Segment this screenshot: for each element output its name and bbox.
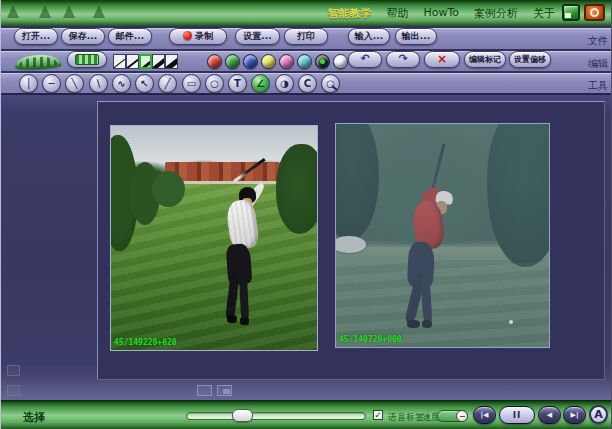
golfer-white-shirt: [214, 175, 280, 327]
titlebar: 智能教学 帮助 HowTo 案例分析 关于: [1, 0, 612, 26]
filmstrip-arc-icon[interactable]: [15, 54, 62, 70]
contrast-tool[interactable]: ◑: [275, 74, 294, 93]
line-width-5-button[interactable]: [165, 54, 178, 69]
active-color-dot: [320, 59, 325, 64]
short-line-tool[interactable]: ∖: [89, 74, 108, 93]
power-ring-icon: [590, 8, 599, 17]
diagonal-line-tool[interactable]: ╲: [65, 74, 84, 93]
step-back-button[interactable]: ◀: [538, 406, 561, 424]
settings-button[interactable]: 设置...: [235, 28, 280, 45]
power-close-button[interactable]: [584, 4, 605, 21]
edit-marks-button[interactable]: 编辑标记: [464, 51, 506, 68]
tree-watermark-icon: [63, 5, 75, 18]
tree: [276, 144, 318, 234]
color-swatch-blue[interactable]: [243, 54, 258, 69]
auto-play-button[interactable]: A: [589, 405, 608, 424]
edit-group-label: 编辑: [588, 57, 608, 71]
line-width-2-button[interactable]: [126, 54, 139, 69]
voice-tag-checkbox[interactable]: ✓: [373, 410, 383, 420]
menubar: 智能教学 帮助 HowTo 案例分析 关于: [327, 6, 555, 21]
color-swatch-pink[interactable]: [279, 54, 294, 69]
skip-to-start-button[interactable]: |◀: [473, 406, 496, 424]
color-swatch-yellow[interactable]: [261, 54, 276, 69]
save-button[interactable]: 保存...: [61, 28, 105, 45]
toolbar-tools: │ ─ ╲ ∖ ∿ ↖ ╱ ▭ ○ T ∠ ◑ C ○ 工具: [1, 71, 612, 93]
layout-dual-icon[interactable]: [217, 385, 232, 396]
color-swatch-black-active[interactable]: [315, 54, 330, 69]
speed-slider[interactable]: [437, 410, 468, 422]
menu-howto[interactable]: HowTo: [423, 6, 459, 21]
golfer-shoe: [227, 315, 237, 323]
pause-button[interactable]: II: [499, 406, 535, 424]
frame-counter-overlay: 45/149220+020: [114, 338, 177, 347]
undo-button[interactable]: ↶: [348, 51, 382, 68]
vertical-line-tool[interactable]: │: [19, 74, 38, 93]
tree: [152, 171, 185, 207]
set-offset-button[interactable]: 设置偏移: [509, 51, 551, 68]
voice-tag-label: 语音标签: [388, 411, 424, 424]
arc-tool[interactable]: C: [298, 74, 317, 93]
side-panel-icon[interactable]: [7, 365, 20, 376]
zoom-tool[interactable]: ○: [321, 74, 340, 93]
mode-label: 选择: [23, 410, 45, 425]
frame-counter-overlay: 45/140720+000: [339, 335, 402, 344]
side-panel-icon[interactable]: [7, 385, 20, 396]
tree-watermark-icon: [39, 5, 51, 18]
speed-slider-thumb[interactable]: [456, 410, 468, 422]
open-button[interactable]: 打开...: [14, 28, 58, 45]
menu-smart-teaching[interactable]: 智能教学: [327, 6, 371, 21]
seek-slider-thumb[interactable]: [232, 409, 253, 422]
color-swatch-green[interactable]: [225, 54, 240, 69]
line-width-3-button[interactable]: [139, 54, 152, 69]
horizontal-line-tool[interactable]: ─: [42, 74, 61, 93]
menu-case-analysis[interactable]: 案例分析: [474, 6, 518, 21]
toolbar-edit: ↶ ↷ × 编辑标记 设置偏移 编辑: [1, 49, 612, 71]
statusbar: 选择 ✓ 语音标签 速度 |◀ II ◀ ▶| A: [1, 400, 612, 429]
rectangle-tool[interactable]: ▭: [182, 74, 201, 93]
line-width-1-button[interactable]: [113, 54, 126, 69]
menu-about[interactable]: 关于: [533, 6, 555, 21]
video-panel-left[interactable]: 45/149220+020: [110, 125, 318, 351]
haze-overlay: [336, 124, 549, 347]
color-swatch-white[interactable]: [333, 54, 348, 69]
angle-tool-active[interactable]: ∠: [251, 74, 270, 93]
menu-help[interactable]: 帮助: [386, 6, 408, 21]
color-swatch-cyan[interactable]: [297, 54, 312, 69]
input-button[interactable]: 输入...: [348, 28, 390, 45]
golfer-shoe: [240, 317, 249, 325]
output-button[interactable]: 输出...: [395, 28, 437, 45]
mail-button[interactable]: 邮件...: [108, 28, 152, 45]
delete-button[interactable]: ×: [424, 51, 460, 68]
golfer-shirt: [225, 198, 260, 250]
record-button[interactable]: 录制: [169, 28, 227, 45]
filmstrip-button[interactable]: [67, 51, 107, 68]
tree-watermark-icon: [93, 5, 105, 18]
file-group-label: 文件: [588, 34, 608, 48]
curve-tool[interactable]: ∿: [112, 74, 131, 93]
tools-group-label: 工具: [588, 79, 608, 93]
pen-tool[interactable]: ╱: [158, 74, 177, 93]
video-panel-right[interactable]: 45/140720+000: [335, 123, 550, 348]
canvas-bottom-band: [1, 380, 612, 400]
circle-tool[interactable]: ○: [205, 74, 224, 93]
toolbar-file: 打开... 保存... 邮件... 录制 设置... 打印 输入... 输出..…: [1, 26, 612, 49]
color-swatch-red[interactable]: [207, 54, 222, 69]
line-width-4-button[interactable]: [152, 54, 165, 69]
layout-single-icon[interactable]: [197, 385, 212, 396]
minimize-button[interactable]: [562, 4, 580, 21]
record-dot-icon: [183, 31, 192, 40]
text-tool[interactable]: T: [228, 74, 247, 93]
print-button[interactable]: 打印: [284, 28, 328, 45]
filmstrip-icon: [75, 54, 99, 65]
app-window: 智能教学 帮助 HowTo 案例分析 关于 打开... 保存... 邮件... …: [0, 0, 612, 429]
seek-slider-track[interactable]: [186, 412, 366, 420]
tree-watermark-icon: [7, 5, 19, 18]
step-forward-button[interactable]: ▶|: [563, 406, 586, 424]
redo-button[interactable]: ↷: [386, 51, 420, 68]
arrow-tool[interactable]: ↖: [135, 74, 154, 93]
